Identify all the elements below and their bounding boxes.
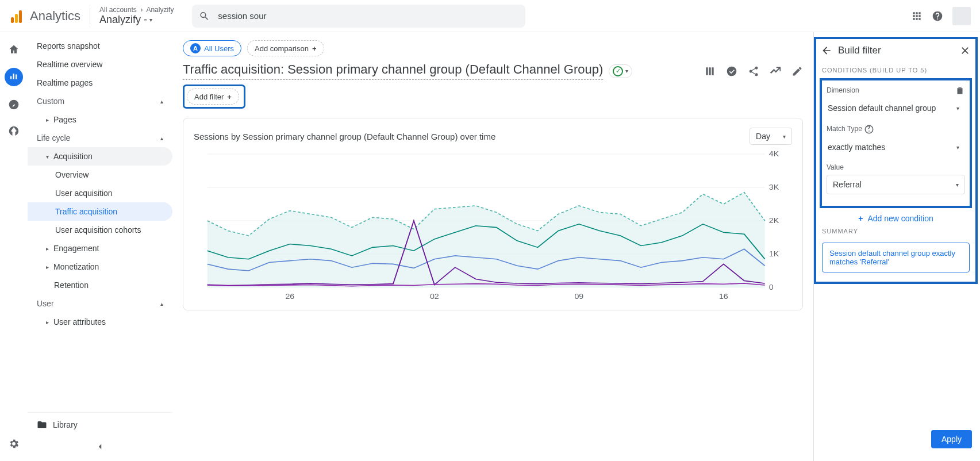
apply-button[interactable]: Apply [931, 430, 972, 448]
all-users-label: All Users [204, 44, 234, 53]
nav-acquisition[interactable]: ▾ Acquisition [28, 147, 172, 166]
nav-group-user[interactable]: User ▴ [28, 294, 172, 313]
nav-monetization[interactable]: ▸ Monetization [28, 258, 172, 276]
nav-engagement-label: Engagement [53, 244, 99, 253]
chevron-right-icon: ▸ [46, 117, 49, 123]
nav-realtime-pages[interactable]: Realtime pages [28, 74, 172, 92]
caret-down-icon: ▾ [783, 133, 786, 140]
svg-text:09: 09 [574, 293, 583, 301]
reports-icon[interactable] [5, 68, 23, 86]
back-arrow-icon[interactable] [821, 45, 832, 56]
chevron-up-icon: ▴ [160, 135, 163, 141]
search-icon [199, 10, 210, 22]
collapse-sidebar[interactable] [28, 437, 172, 461]
share-icon[interactable] [748, 66, 759, 77]
svg-text:2K: 2K [769, 217, 779, 225]
nav-acquisition-label: Acquisition [53, 152, 93, 161]
nav-realtime-overview[interactable]: Realtime overview [28, 55, 172, 74]
match-type-select[interactable]: exactly matches ▾ [827, 138, 965, 156]
close-icon[interactable] [959, 45, 971, 56]
nav-group-lifecycle[interactable]: Life cycle ▴ [28, 129, 172, 147]
nav-acq-traffic[interactable]: Traffic acquisition [28, 202, 172, 221]
nav-monetization-label: Monetization [53, 262, 99, 271]
add-filter-label: Add filter [194, 93, 224, 101]
line-chart: 01K2K3K4K26020916 [194, 148, 792, 305]
nav-custom-label: Custom [37, 97, 64, 106]
add-condition-button[interactable]: + Add new condition [820, 208, 972, 225]
analytics-logo-icon [9, 9, 23, 23]
nav-pages[interactable]: ▸ Pages [28, 110, 172, 129]
chevron-right-icon: ▸ [46, 319, 49, 325]
nav-acq-user[interactable]: User acquisition [28, 184, 172, 202]
nav-lifecycle-label: Life cycle [37, 133, 70, 143]
all-users-chip[interactable]: A All Users [183, 40, 241, 56]
nav-pages-label: Pages [53, 115, 76, 124]
folder-icon [37, 420, 47, 430]
nav-library[interactable]: Library [28, 412, 172, 437]
apps-icon[interactable] [911, 10, 923, 22]
granularity-selector[interactable]: Day ▾ [750, 128, 792, 145]
granularity-label: Day [756, 132, 770, 141]
customize-columns-icon[interactable] [704, 66, 716, 77]
caret-down-icon: ▾ [956, 182, 959, 188]
svg-text:02: 02 [430, 293, 439, 301]
search-input[interactable] [217, 10, 518, 21]
trend-icon[interactable] [770, 66, 781, 77]
chevron-up-icon: ▴ [160, 98, 163, 105]
home-icon[interactable] [6, 41, 22, 57]
sessions-over-time-card: Sessions by Session primary channel grou… [183, 118, 803, 310]
match-type-value: exactly matches [828, 143, 885, 152]
add-comparison-label: Add comparison [255, 44, 309, 53]
help-outline-icon[interactable] [864, 124, 874, 135]
svg-text:16: 16 [719, 293, 728, 301]
gear-icon[interactable] [6, 436, 22, 452]
property-selector[interactable]: All accounts › Analyzify Analyzify - ▾ [99, 6, 174, 26]
add-filter-button[interactable]: Add filter + [187, 89, 239, 105]
app-header: Analytics All accounts › Analyzify Analy… [0, 0, 980, 32]
nav-acq-cohorts[interactable]: User acquisition cohorts [28, 221, 172, 239]
brand-name: Analytics [30, 9, 80, 24]
help-icon[interactable] [932, 10, 943, 22]
value-select[interactable]: Referral ▾ [827, 175, 965, 194]
explore-icon[interactable] [6, 97, 22, 113]
nav-acq-overview[interactable]: Overview [28, 166, 172, 184]
nav-engagement[interactable]: ▸ Engagement [28, 239, 172, 258]
dimension-label: Dimension [827, 86, 859, 94]
user-avatar[interactable] [952, 7, 971, 25]
conditions-section-label: CONDITIONS (BUILD UP TO 5) [820, 64, 972, 78]
nav-retention[interactable]: Retention [28, 276, 172, 294]
search-box[interactable] [192, 5, 525, 28]
nav-library-label: Library [53, 420, 78, 429]
nav-user-attributes[interactable]: ▸ User attributes [28, 313, 172, 331]
nav-user-attr-label: User attributes [53, 317, 106, 326]
dimension-select[interactable]: Session default channel group ▾ [827, 99, 965, 117]
condition-editor: Dimension Session default channel group … [820, 78, 972, 208]
plus-icon: + [312, 44, 317, 53]
breadcrumb-all-accounts[interactable]: All accounts [99, 6, 137, 14]
plus-icon: + [227, 93, 232, 101]
delete-icon[interactable] [955, 85, 965, 95]
add-comparison-button[interactable]: Add comparison + [247, 40, 324, 56]
card-title: Sessions by Session primary channel grou… [194, 132, 495, 141]
edit-pencil-icon[interactable] [791, 66, 803, 77]
audience-badge-icon: A [190, 43, 201, 53]
summary-section-label: SUMMARY [820, 225, 972, 239]
nav-reports-snapshot[interactable]: Reports snapshot [28, 37, 172, 55]
advertising-icon[interactable] [6, 123, 22, 139]
value-value: Referral [833, 180, 862, 189]
svg-text:0: 0 [769, 283, 774, 291]
caret-down-icon: ▾ [625, 68, 628, 74]
insights-icon[interactable] [726, 66, 737, 77]
divider [90, 8, 90, 24]
check-circle-icon: ✓ [613, 66, 623, 76]
filter-summary: Session default channel group exactly ma… [822, 243, 970, 272]
reports-sidebar: Reports snapshot Realtime overview Realt… [28, 32, 172, 461]
nav-group-custom[interactable]: Custom ▴ [28, 92, 172, 110]
breadcrumb-account[interactable]: Analyzify [146, 6, 174, 14]
svg-text:3K: 3K [769, 183, 779, 191]
panel-title: Build filter [838, 45, 881, 56]
data-quality-status[interactable]: ✓ ▾ [609, 64, 632, 78]
caret-down-icon: ▾ [956, 105, 959, 112]
chevron-right-icon: ▸ [46, 245, 49, 252]
add-condition-label: Add new condition [867, 214, 933, 223]
